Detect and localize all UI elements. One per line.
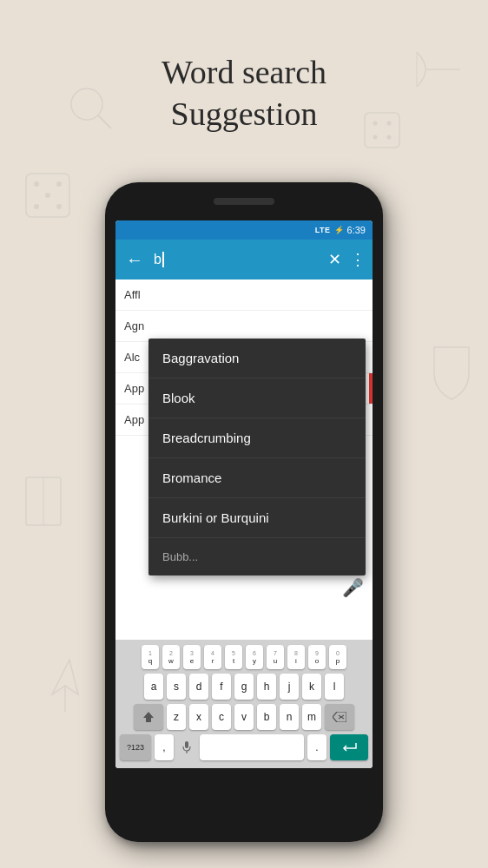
keyboard-row-asdf: a s d f g h j k l	[117, 674, 371, 700]
page-title: Word search Suggestion	[0, 52, 488, 135]
key-j[interactable]: j	[280, 674, 299, 700]
enter-key[interactable]	[330, 734, 368, 760]
list-item: Agn	[115, 311, 373, 342]
phone-speaker	[214, 198, 274, 205]
search-input-area[interactable]: b	[154, 252, 321, 267]
key-u[interactable]: 7u	[267, 645, 284, 669]
suggestion-item-burkini[interactable]: Burkini or Burquini	[148, 498, 366, 538]
backspace-key[interactable]	[325, 704, 354, 730]
search-bar: ← b ✕ ⋮	[115, 240, 373, 279]
svg-point-16	[387, 135, 392, 140]
status-bar: LTE ⚡ 6:39	[115, 220, 373, 240]
suggestion-item-blook[interactable]: Blook	[148, 378, 366, 418]
clear-button[interactable]: ✕	[328, 250, 341, 269]
svg-rect-22	[185, 741, 188, 748]
key-o[interactable]: 9o	[308, 645, 326, 669]
svg-point-2	[56, 181, 62, 187]
key-f[interactable]: f	[212, 674, 231, 700]
key-e[interactable]: 3e	[183, 645, 201, 669]
shift-key[interactable]	[134, 704, 163, 730]
backspace-icon	[333, 712, 346, 722]
svg-rect-0	[26, 174, 69, 217]
keyboard: 1q 2w 3e 4r 5t 6y 7u 8i 9o 0p a s	[115, 640, 373, 768]
svg-point-15	[373, 135, 378, 140]
back-button[interactable]: ←	[122, 247, 147, 273]
key-b[interactable]: b	[257, 704, 276, 730]
search-actions: ✕ ⋮	[328, 250, 366, 269]
phone-screen: LTE ⚡ 6:39 ← b ✕ ⋮	[115, 220, 373, 768]
key-z[interactable]: z	[167, 704, 186, 730]
mic-keyboard-icon	[182, 741, 191, 753]
red-indicator	[369, 373, 373, 404]
status-time: 6:39	[347, 225, 366, 235]
battery-icon: ⚡	[334, 226, 344, 234]
suggestion-item-baggravation[interactable]: Baggravation	[148, 339, 366, 378]
key-l[interactable]: l	[325, 674, 344, 700]
comma-key[interactable]: ,	[155, 734, 174, 760]
key-n[interactable]: n	[280, 704, 299, 730]
keyboard-row-qwerty: 1q 2w 3e 4r 5t 6y 7u 8i 9o 0p	[117, 645, 371, 669]
period-key[interactable]: .	[307, 734, 326, 760]
key-x[interactable]: x	[189, 704, 208, 730]
svg-point-1	[34, 181, 39, 187]
phone-mockup: LTE ⚡ 6:39 ← b ✕ ⋮	[105, 182, 383, 842]
suggestion-item-extra[interactable]: Bubb...	[148, 538, 366, 575]
svg-point-5	[56, 204, 62, 209]
key-q[interactable]: 1q	[142, 645, 159, 669]
phone-body: LTE ⚡ 6:39 ← b ✕ ⋮	[105, 182, 383, 842]
num-switch-key[interactable]: ?123	[120, 734, 151, 760]
key-c[interactable]: c	[212, 704, 231, 730]
key-r[interactable]: 4r	[204, 645, 221, 669]
mic-button[interactable]: 🎤	[342, 577, 364, 598]
suggestion-item-bromance[interactable]: Bromance	[148, 458, 366, 498]
suggestion-item-breadcrumbing[interactable]: Breadcrumbing	[148, 418, 366, 458]
shift-icon	[142, 711, 155, 723]
svg-point-4	[34, 204, 39, 209]
key-p[interactable]: 0p	[329, 645, 346, 669]
menu-button[interactable]: ⋮	[350, 250, 366, 269]
svg-marker-18	[143, 712, 154, 722]
key-a[interactable]: a	[144, 674, 163, 700]
key-k[interactable]: k	[302, 674, 321, 700]
mic-key[interactable]	[177, 734, 196, 760]
search-text: b	[154, 252, 162, 267]
svg-point-3	[45, 193, 50, 198]
key-v[interactable]: v	[234, 704, 254, 730]
key-m[interactable]: m	[302, 704, 321, 730]
mic-icon: 🎤	[342, 578, 364, 597]
list-item: Affl	[115, 279, 373, 311]
key-s[interactable]: s	[167, 674, 186, 700]
keyboard-row-zxcv: z x c v b n m	[117, 704, 371, 730]
key-t[interactable]: 5t	[225, 645, 242, 669]
status-lte: LTE	[315, 226, 331, 234]
key-i[interactable]: 8i	[287, 645, 305, 669]
key-y[interactable]: 6y	[246, 645, 263, 669]
space-key[interactable]	[200, 734, 304, 760]
enter-icon	[341, 741, 357, 753]
suggestion-dropdown: Baggravation Blook Breadcrumbing Bromanc…	[148, 339, 366, 575]
svg-rect-8	[26, 477, 61, 525]
key-g[interactable]: g	[234, 674, 254, 700]
key-d[interactable]: d	[189, 674, 208, 700]
key-h[interactable]: h	[257, 674, 276, 700]
screen-content: Affl Agn Alc App App	[115, 279, 373, 768]
text-cursor	[162, 252, 164, 267]
keyboard-row-bottom: ?123 , .	[117, 734, 371, 760]
key-w[interactable]: 2w	[162, 645, 180, 669]
svg-marker-19	[333, 712, 346, 722]
